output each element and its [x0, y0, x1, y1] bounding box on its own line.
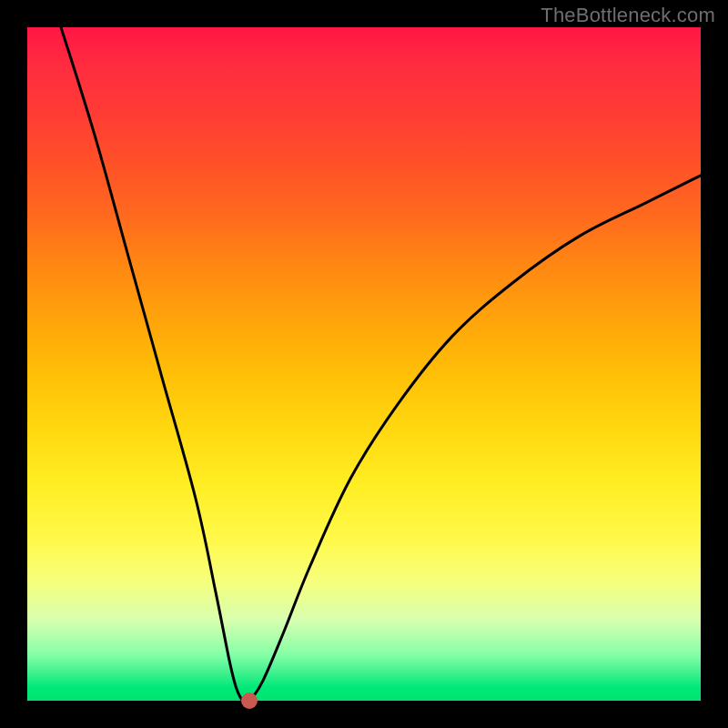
- minimum-marker: [241, 693, 258, 709]
- plot-area: [27, 27, 701, 701]
- watermark-text: TheBottleneck.com: [541, 4, 715, 27]
- chart-frame: [0, 0, 728, 728]
- bottleneck-curve: [27, 27, 701, 701]
